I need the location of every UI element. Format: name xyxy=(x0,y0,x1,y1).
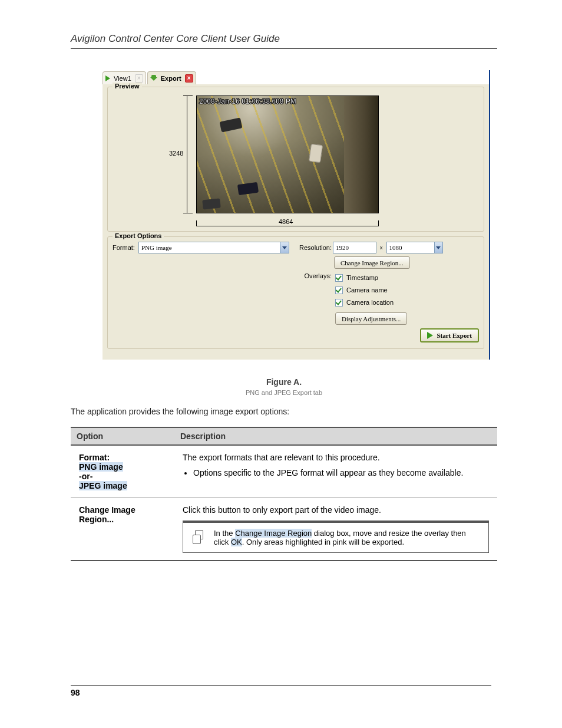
timestamp-overlay: 2008-Jan-16 01:06:38.608 PM xyxy=(199,97,296,106)
resolution-label: Resolution: xyxy=(295,244,332,251)
note-icon xyxy=(191,529,207,544)
resolution-width-value[interactable] xyxy=(333,242,376,253)
figure-subcaption: PNG and JPEG Export tab xyxy=(71,389,497,396)
row2-d2e: . Only areas highlighted in pink will be… xyxy=(242,538,404,546)
dimension-vertical-line xyxy=(187,95,193,213)
row1-col1-d: JPEG image xyxy=(79,481,127,490)
intro-text: The application provides the following i… xyxy=(71,407,497,416)
row2-col1: Change Image Region... xyxy=(79,505,135,524)
export-options-legend: Export Options xyxy=(113,232,164,239)
page-number: 98 xyxy=(71,685,491,697)
table-row: Change Image Region... Click this button… xyxy=(71,498,497,561)
start-export-button[interactable]: Start Export xyxy=(420,328,479,342)
camera-preview-image: 2008-Jan-16 01:06:38.608 PM xyxy=(196,95,379,213)
tab-export-label: Export xyxy=(160,75,183,82)
row1-col1-a: Format: xyxy=(79,453,110,462)
preview-legend: Preview xyxy=(113,83,142,90)
download-icon xyxy=(150,75,157,82)
format-value[interactable] xyxy=(139,242,280,253)
change-image-region-button[interactable]: Change Image Region... xyxy=(334,256,410,269)
options-table: Option Description Format: PNG image -or… xyxy=(71,427,497,561)
row2-d2d: OK xyxy=(231,538,242,546)
overlays-label: Overlays: xyxy=(295,272,332,325)
export-options-groupbox: Export Options Format: xyxy=(107,236,484,349)
table-head-option: Option xyxy=(71,427,174,445)
tab-export[interactable]: Export × xyxy=(147,71,196,84)
row2-d2b: Change Image Region xyxy=(235,529,312,538)
overlay-timestamp-label: Timestamp xyxy=(346,274,378,281)
row1-col1-b: PNG image xyxy=(79,462,123,472)
tab-bar: View1 × Export × xyxy=(103,70,489,84)
row1-col1-c: -or- xyxy=(79,472,92,481)
play-icon xyxy=(105,75,110,81)
resolution-separator: x xyxy=(378,245,385,251)
overlay-camera-name-checkbox[interactable] xyxy=(335,286,343,294)
format-select[interactable] xyxy=(138,242,289,253)
resolution-width-input[interactable] xyxy=(333,242,376,253)
row1-desc: The export formats that are relevant to … xyxy=(183,453,380,462)
chevron-down-icon[interactable] xyxy=(280,242,289,253)
display-adjustments-button[interactable]: Display Adjustments... xyxy=(335,312,407,325)
close-icon[interactable]: × xyxy=(185,74,193,83)
format-label: Format: xyxy=(113,244,135,251)
overlay-camera-name-label: Camera name xyxy=(346,286,388,294)
close-icon: × xyxy=(135,74,143,83)
table-row: Format: PNG image -or- JPEG image The ex… xyxy=(71,445,497,498)
overlay-timestamp-checkbox[interactable] xyxy=(335,274,343,282)
export-screenshot: View1 × Export × Preview 32 xyxy=(103,70,490,360)
arrow-right-icon xyxy=(427,332,433,339)
resolution-height-value[interactable] xyxy=(387,242,434,253)
overlay-camera-location-checkbox[interactable] xyxy=(335,299,343,307)
chevron-down-icon[interactable] xyxy=(434,242,442,253)
dimension-height: 3248 xyxy=(168,150,184,157)
doc-header-title: Avigilon Control Center Core Client User… xyxy=(71,33,497,49)
note-box: In the Change Image Region dialog box, m… xyxy=(183,521,489,553)
resolution-height-select[interactable] xyxy=(386,242,443,253)
row2-desc1: Click this button to only export part of… xyxy=(183,505,489,515)
preview-groupbox: Preview 3248 xyxy=(107,87,484,232)
row2-d2a: In the xyxy=(214,529,235,538)
overlay-camera-location-label: Camera location xyxy=(346,299,394,306)
row1-bullet: Options specific to the JPEG format will… xyxy=(193,468,489,477)
dimension-width: 4864 xyxy=(277,218,294,225)
table-head-description: Description xyxy=(174,427,497,445)
start-export-label: Start Export xyxy=(437,332,472,339)
tab-view1-label: View1 xyxy=(113,75,133,82)
figure-caption: Figure A. xyxy=(71,377,497,387)
